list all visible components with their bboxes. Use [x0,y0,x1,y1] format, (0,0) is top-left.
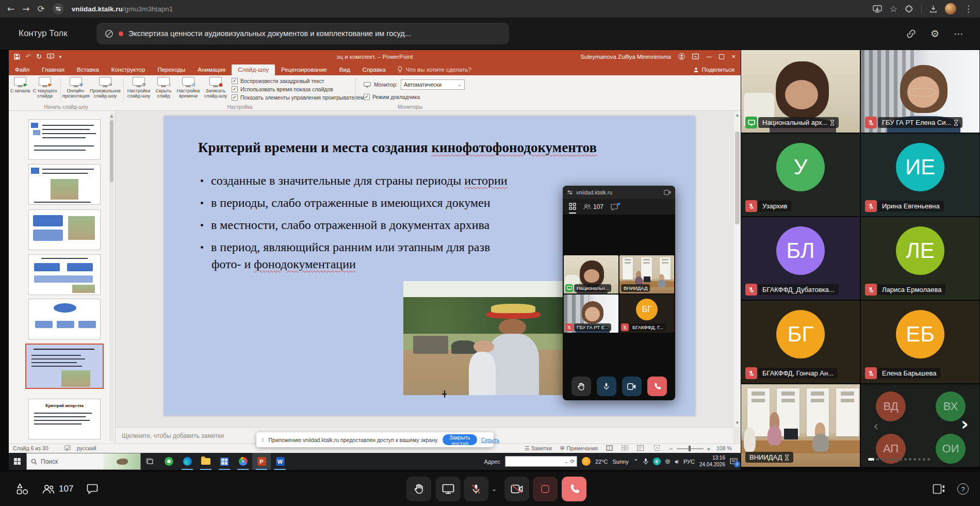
pip-raise-hand-button[interactable] [571,377,591,396]
view-normal-icon[interactable] [606,445,613,451]
scroll-up-arrow[interactable]: ▲ [109,113,114,119]
tab-help[interactable]: Справка [356,64,392,75]
pip-grid-view-icon[interactable] [569,203,576,211]
pip-participants-count[interactable]: 107 [583,203,603,210]
prev-page-chevron[interactable]: ‹ [873,418,878,434]
participant-tile-national-archive[interactable]: Национальный арх... [741,50,860,133]
participant-tile-uzarkhiv[interactable]: У Узархив [741,134,860,216]
slide-thumbnail-5[interactable] [28,299,101,339]
stop-sharing-button[interactable]: Закрыть доступ [443,434,477,445]
record-button[interactable] [533,477,558,501]
hide-slide-button[interactable]: ∕Скрыть слайд [153,77,174,99]
taskbar-app-explorer[interactable] [197,453,215,470]
start-button[interactable] [9,453,26,470]
minimize-button[interactable]: — [706,53,712,60]
bookmark-star-icon[interactable]: ☆ [890,4,897,14]
share-screen-button[interactable] [436,477,461,501]
pip-tile-bgakffd[interactable]: БГ БГАКФФД, Г... [619,295,674,333]
tray-app-icon[interactable]: e [653,458,661,465]
pip-leave-call-button[interactable] [647,377,667,396]
banner-drag-handle[interactable]: ‖ [262,437,265,443]
extensions-icon[interactable] [905,5,913,13]
tray-volume-icon[interactable]: 🔊︎ [675,458,679,465]
pip-mic-button[interactable] [597,377,616,396]
taskbar-app-ktalk[interactable] [159,453,178,470]
taskbar-search-box[interactable]: Поиск [26,453,141,470]
show-media-controls-checkbox[interactable]: ✓Показать элементы управления проигрыват… [232,94,364,101]
slide-thumbnail-7[interactable]: Критерий авторства [28,399,101,439]
participant-tile-larisa[interactable]: ЛЕ Лариса Ермолаева [861,217,979,300]
undo-icon[interactable]: ↶ [25,53,31,60]
canvas-scroll-down[interactable]: ▼ [733,420,741,426]
from-start-button[interactable]: ▶С начала [10,77,30,93]
taskbar-app-chrome[interactable] [234,453,252,470]
tab-slideshow[interactable]: Слайд-шоу [232,64,275,75]
tab-file[interactable]: Файл [9,64,36,75]
address-toolbar-input[interactable]: ⌄⟳ [505,456,577,467]
camera-off-button[interactable] [504,477,529,501]
back-icon[interactable]: ← [7,4,14,14]
pip-meeting-window[interactable]: vniidad.ktalk.ru 107 Национальн... [563,186,675,400]
comments-toggle[interactable]: 💬︎ Примечания [560,445,598,451]
taskbar-app-powerpoint[interactable]: P [252,453,271,470]
pip-tile-gbu-ga-rt[interactable]: ГБУ ГА РТ Е... [564,295,618,333]
close-button[interactable]: × [731,53,736,60]
install-app-icon[interactable] [873,5,882,13]
tab-review[interactable]: Рецензирование [275,64,333,75]
ribbon-display-options-icon[interactable] [692,54,699,59]
forward-icon[interactable]: → [22,4,29,14]
tab-transitions[interactable]: Переходы [151,64,191,75]
weather-temp[interactable]: 22°C [595,459,608,465]
microphone-muted-button[interactable] [464,477,488,501]
layout-view-icon[interactable] [933,484,945,494]
tell-me-box[interactable]: Что вы хотите сделать? [392,64,477,75]
participant-tile-barysheva[interactable]: ЕБ Елена Барышева [861,301,979,383]
participant-tile-dubatovka[interactable]: БЛ БГАКФФД_Дубатовка... [741,217,860,300]
save-icon[interactable] [14,54,20,60]
downloads-icon[interactable] [929,5,937,13]
canvas-scroll-up[interactable]: ▲ [733,112,741,118]
setup-slideshow-button[interactable]: ⚙Настройка слайд-шоу [125,77,152,99]
raise-hand-button[interactable] [406,477,431,501]
spellcheck-icon[interactable] [64,445,71,451]
browser-profile-avatar[interactable] [945,3,956,14]
pip-camera-button[interactable] [622,377,642,396]
task-view-button[interactable] [141,453,159,470]
participant-tile-gonchar[interactable]: БГ БГАКФФД, Гончар Ан... [741,301,860,383]
presenter-view-checkbox[interactable]: ✓Режим докладчика [364,94,420,100]
mic-options-chevron[interactable]: ⌄ [492,485,497,493]
play-narrations-checkbox[interactable]: ✓Воспроизвести закадровый текст [232,78,364,84]
use-timings-checkbox[interactable]: ✓Использовать время показа слайдов [232,86,364,92]
address-bar[interactable]: vniidad.ktalk.ru/gmu3m3htapn1 [72,5,173,13]
pip-title-bar[interactable]: vniidad.ktalk.ru [563,186,675,199]
zoom-in-button[interactable]: + [707,445,711,453]
participant-tile-gbu-ga-rt-elena[interactable]: ГБУ ГА РТ Елена Си... [861,50,979,133]
tray-language[interactable]: РУС [683,459,695,465]
ppt-share-button[interactable]: Поделиться [687,64,741,75]
slide-thumbnail-3[interactable] [28,209,101,250]
browser-menu-icon[interactable]: ⋮ [964,4,973,14]
settings-gear-icon[interactable]: ⚙ [930,28,939,39]
weather-icon[interactable] [582,457,591,466]
banner-hide-link[interactable]: Скрыть [481,437,500,443]
qat-customize-icon[interactable]: ▾ [59,54,62,59]
tray-clock[interactable]: 13:1624.04.2026 [699,455,725,468]
tab-insert[interactable]: Вставка [71,64,105,75]
canvas-scrollbar[interactable]: ▲ ▼ [733,111,741,427]
reactions-shapes-icon[interactable] [15,482,29,496]
zoom-slider-thumb[interactable] [689,446,691,451]
maximize-button[interactable] [719,54,724,59]
tab-view[interactable]: Вид [333,64,356,75]
slide-thumbnail-1[interactable] [28,119,101,160]
next-page-chevron[interactable]: › [961,413,969,434]
reload-icon[interactable]: ⟳ [38,4,45,14]
record-slideshow-button[interactable]: ●Записать слайд-шоу [203,77,228,99]
taskbar-app-word[interactable]: W [271,453,289,470]
notes-toggle[interactable]: ☰ Заметки [525,445,552,451]
view-reading-icon[interactable] [637,445,644,451]
site-info-icon[interactable] [53,3,64,14]
pip-tile-vniidad[interactable]: ВНИИДАД [619,255,674,293]
redo-icon[interactable]: ↻ [36,53,42,60]
chat-button[interactable] [87,484,98,494]
taskbar-app-edge[interactable] [178,453,197,470]
